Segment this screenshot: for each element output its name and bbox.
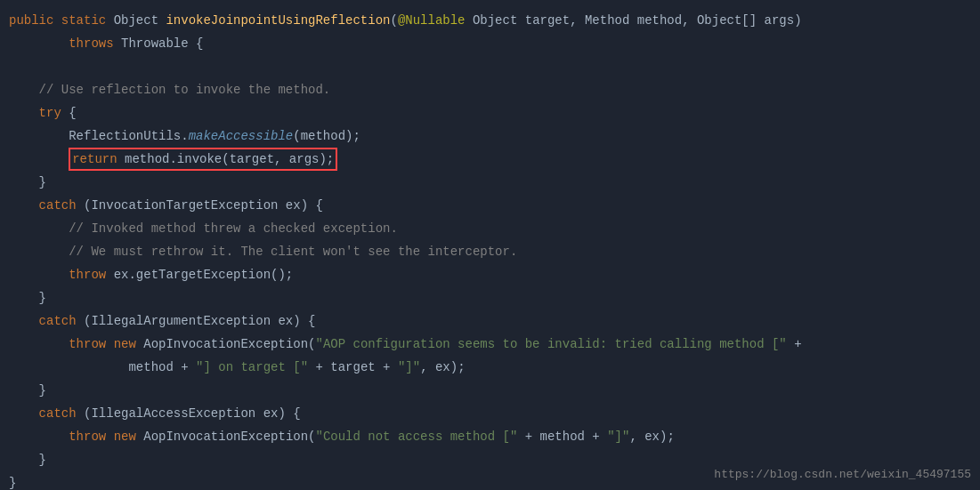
throw-get-target: ex.getTargetException();: [114, 263, 294, 286]
indent-4h: [9, 402, 39, 425]
code-editor: public static Object invokeJoinpointUsin…: [0, 0, 980, 490]
keyword-return: return: [72, 152, 125, 166]
code-line-6: ReflectionUtils.makeAccessible(method);: [0, 125, 980, 148]
indent-4b: [9, 101, 39, 125]
make-acc-args: (method);: [293, 125, 360, 148]
code-line-9: catch (InvocationTargetException ex) {: [0, 194, 980, 217]
watermark: https://blog.csdn.net/weixin_45497155: [714, 468, 971, 481]
throwable-text: Throwable {: [121, 32, 203, 55]
code-line-11: // We must rethrow it. The client won't …: [0, 240, 980, 263]
keyword-try: try: [39, 101, 69, 125]
code-line-2: throws Throwable {: [0, 32, 980, 55]
keyword-throws: throws: [69, 32, 121, 55]
indent-4: [9, 78, 39, 101]
code-line-15: throw new AopInvocationException("AOP co…: [0, 333, 980, 356]
indent-8: [9, 125, 69, 148]
keyword-throw2: throw: [69, 333, 113, 356]
code-line-1: public static Object invokeJoinpointUsin…: [0, 9, 980, 32]
code-line-3: [0, 55, 980, 78]
catch-invocation: (InvocationTargetException ex) {: [84, 194, 323, 217]
indent-16: [9, 356, 128, 379]
indent-8e: [9, 263, 69, 286]
method-invoke: method.invoke(target, args);: [125, 152, 334, 166]
param-target: Object target, Method method, Object[] a…: [466, 9, 802, 32]
plus1: +: [787, 333, 802, 356]
method-concat: method +: [128, 356, 196, 379]
comment-invoked: // Invoked method threw a checked except…: [69, 217, 398, 240]
code-line-16: method + "] on target [" + target + "]",…: [0, 356, 980, 379]
comment-rethrow: // We must rethrow it. The client won't …: [69, 240, 517, 263]
code-line-5: try {: [0, 101, 980, 125]
indent-8c: [9, 217, 69, 240]
code-line-19: throw new AopInvocationException("Could …: [0, 425, 980, 448]
plus3: + method +: [517, 425, 607, 448]
indent-4c: [9, 171, 39, 194]
keyword-catch1: catch: [39, 194, 84, 217]
indent-4i: [9, 448, 39, 471]
indent-throws: [9, 32, 69, 55]
keyword-throw3: throw: [69, 425, 113, 448]
code-line-7: return method.invoke(target, args);: [0, 148, 980, 171]
paren-open: (: [390, 9, 397, 32]
catch-illegal-arg: (IllegalArgumentException ex) {: [84, 309, 315, 333]
indent-8d: [9, 240, 69, 263]
keyword-new1: new: [114, 333, 144, 356]
indent-4e: [9, 286, 39, 309]
method-invokejoinpoint: invokeJoinpointUsingReflection: [166, 9, 390, 32]
indent-4d: [9, 194, 39, 217]
string-on-target: "] on target [": [196, 356, 308, 379]
code-line-8: }: [0, 171, 980, 194]
string-could-not-access: "Could not access method [": [315, 425, 517, 448]
indent-4g: [9, 379, 39, 402]
method-close-brace: }: [9, 471, 16, 490]
catch-illegal-access: (IllegalAccessException ex) {: [84, 402, 301, 425]
keyword-catch2: catch: [39, 309, 84, 333]
code-line-13: }: [0, 286, 980, 309]
plus2: + target +: [308, 356, 398, 379]
type-object: Object: [114, 9, 166, 32]
keyword-throw1: throw: [69, 263, 113, 286]
comment-use-reflection: // Use reflection to invoke the method.: [39, 78, 331, 101]
code-line-14: catch (IllegalArgumentException ex) {: [0, 309, 980, 333]
indent-8b: [9, 148, 69, 171]
string-close-bracket: "]": [398, 356, 420, 379]
keyword-static: static: [61, 9, 114, 32]
make-accessible: makeAccessible: [189, 125, 294, 148]
indent-4f: [9, 309, 39, 333]
annotation-nullable: @Nullable: [398, 9, 466, 32]
indent-8f: [9, 333, 69, 356]
keyword-new2: new: [114, 425, 144, 448]
ex-param2: , ex);: [629, 425, 674, 448]
ex-param: , ex);: [420, 356, 465, 379]
highlighted-return: return method.invoke(target, args);: [69, 148, 337, 171]
catch-close3: }: [39, 448, 46, 471]
catch-close1: }: [39, 286, 46, 309]
keyword-public: public: [9, 9, 61, 32]
code-line-17: }: [0, 379, 980, 402]
indent-8g: [9, 425, 69, 448]
code-line-10: // Invoked method threw a checked except…: [0, 217, 980, 240]
code-line-12: throw ex.getTargetException();: [0, 263, 980, 286]
code-line-18: catch (IllegalAccessException ex) {: [0, 402, 980, 425]
string-close-bracket2: "]": [607, 425, 629, 448]
code-line-4: // Use reflection to invoke the method.: [0, 78, 980, 101]
catch-close2: }: [39, 379, 46, 402]
aop-exception2: AopInvocationException(: [143, 425, 315, 448]
try-brace: {: [69, 101, 76, 125]
reflection-utils: ReflectionUtils.: [69, 125, 188, 148]
try-close-brace: }: [39, 171, 46, 194]
keyword-catch3: catch: [39, 402, 84, 425]
aop-exception1: AopInvocationException(: [143, 333, 315, 356]
string-aop-config: "AOP configuration seems to be invalid: …: [315, 333, 786, 356]
